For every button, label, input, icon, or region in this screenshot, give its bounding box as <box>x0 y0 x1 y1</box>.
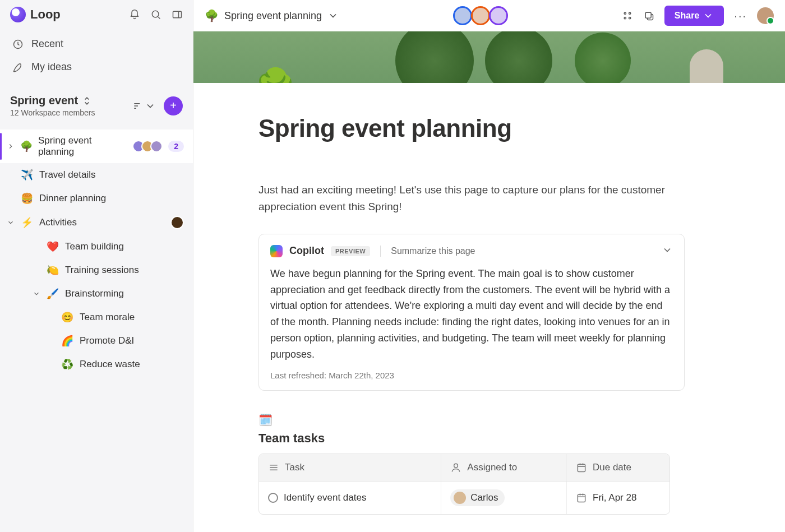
clock-icon <box>12 39 24 50</box>
calendar-icon <box>576 492 587 503</box>
main-area: 🌳 Spring event planning Share ··· <box>193 0 785 532</box>
share-button-label: Share <box>675 11 699 21</box>
sidebar-item[interactable]: ✈️Travel details <box>0 163 193 187</box>
person-icon <box>450 462 461 473</box>
chevron-down-icon <box>662 244 673 256</box>
up-down-chevron-icon <box>81 95 93 107</box>
nav-my-ideas[interactable]: My ideas <box>0 55 193 78</box>
page-title[interactable]: Spring event planning <box>258 114 685 142</box>
page-emoji-icon: ✈️ <box>20 169 34 181</box>
sidebar-item[interactable]: ♻️Reduce waste <box>0 353 193 376</box>
preview-badge: PREVIEW <box>331 246 370 256</box>
nav-my-ideas-label: My ideas <box>31 61 72 73</box>
current-user-avatar[interactable] <box>757 7 774 24</box>
svg-point-5 <box>624 17 626 19</box>
chevron-down-icon <box>703 10 714 21</box>
page-emoji-icon[interactable]: 🌳 <box>255 66 295 83</box>
expand-chevron-icon[interactable] <box>33 288 40 299</box>
copy-component-icon[interactable] <box>643 10 654 21</box>
notification-badge: 2 <box>168 141 184 152</box>
sidebar-item-label: Team building <box>65 241 124 252</box>
expand-chevron-icon[interactable] <box>7 217 15 228</box>
tree-icon: 🌳 <box>205 9 219 22</box>
sidebar-item-label: Dinner planning <box>39 193 106 204</box>
workspace-name: Spring event <box>10 94 78 107</box>
sidebar-item[interactable]: 🌳Spring event planning2 <box>0 129 193 163</box>
copilot-collapse-toggle[interactable] <box>662 244 673 258</box>
svg-rect-10 <box>578 494 585 502</box>
sidebar-item-label: Brainstorming <box>65 288 124 299</box>
column-header-assigned[interactable]: Assigned to <box>441 454 567 481</box>
svg-point-0 <box>152 11 159 17</box>
workspace-switcher[interactable]: Spring event <box>10 94 95 107</box>
nav-recent[interactable]: Recent <box>0 33 193 55</box>
sidebar-item[interactable]: 😊Team morale <box>0 306 193 329</box>
copilot-logo-icon <box>270 245 283 257</box>
page-emoji-icon: 🍋 <box>46 264 59 276</box>
sidebar-item-label: Training sessions <box>65 265 139 276</box>
page-emoji-icon: 🖌️ <box>46 288 59 300</box>
chevron-down-icon <box>145 100 156 112</box>
assignee-name: Carlos <box>470 492 498 503</box>
svg-rect-9 <box>578 464 585 471</box>
avatar[interactable] <box>471 6 490 25</box>
tasks-table: Task Assigned to Due date Identify event <box>258 454 670 515</box>
task-complete-toggle[interactable] <box>268 493 278 503</box>
copilot-summarize-action[interactable]: Summarize this page <box>391 246 475 256</box>
page-intro-text[interactable]: Just had an exciting meeting! Let's use … <box>258 182 685 216</box>
task-name[interactable]: Identify event dates <box>284 492 366 503</box>
assignee-chip[interactable]: Carlos <box>450 489 505 506</box>
breadcrumb[interactable]: 🌳 Spring event planning <box>205 9 339 22</box>
avatar <box>454 492 466 504</box>
apps-icon[interactable] <box>622 10 633 21</box>
sidebar-item[interactable]: 🌈Promote D&I <box>0 329 193 353</box>
add-page-button[interactable]: + <box>164 96 183 115</box>
presence-avatars[interactable] <box>453 6 508 25</box>
workspace-members-count: 12 Workspace members <box>10 108 95 117</box>
due-date[interactable]: Fri, Apr 28 <box>593 492 636 503</box>
sort-filter-button[interactable] <box>132 100 156 112</box>
list-icon <box>268 462 279 473</box>
sidebar-item[interactable]: ⚡Activities <box>0 210 193 235</box>
share-button[interactable]: Share <box>664 6 724 26</box>
list-icon <box>132 100 144 112</box>
sidebar-item-label: Spring event planning <box>38 135 121 158</box>
page-emoji-icon: 😊 <box>61 311 74 323</box>
column-header-due[interactable]: Due date <box>567 454 669 481</box>
sidebar-item[interactable]: 🖌️Brainstorming <box>0 282 193 306</box>
column-header-task[interactable]: Task <box>259 454 441 481</box>
page-emoji-icon: 🌈 <box>61 335 74 347</box>
copilot-card: Copilot PREVIEW Summarize this page We h… <box>258 234 685 391</box>
table-row[interactable]: Identify event dates Carlos Fri, Apr 28 <box>259 482 669 514</box>
page-tree: 🌳Spring event planning2✈️Travel details🍔… <box>0 129 193 376</box>
tasks-title[interactable]: Team tasks <box>258 431 685 446</box>
breadcrumb-title: Spring event planning <box>224 10 322 22</box>
brand-logo-title[interactable]: Loop <box>10 7 61 22</box>
brand-name: Loop <box>30 7 61 22</box>
tasks-section: 🗓️ Team tasks Task Assigned to Due date <box>258 413 685 515</box>
svg-point-8 <box>454 464 458 468</box>
sidebar: Loop Recent My ideas Spring event <box>0 0 193 532</box>
panel-toggle-icon[interactable] <box>172 9 183 20</box>
topbar: 🌳 Spring event planning Share ··· <box>193 0 785 31</box>
tasks-component-icon[interactable]: 🗓️ <box>258 413 685 427</box>
pen-icon <box>12 62 24 73</box>
avatar[interactable] <box>489 6 508 25</box>
collaborator-avatar[interactable] <box>170 216 184 229</box>
more-menu-icon[interactable]: ··· <box>734 10 747 22</box>
sidebar-item[interactable]: ❤️Team building <box>0 235 193 258</box>
page-emoji-icon: 🍔 <box>20 192 34 205</box>
page-emoji-icon: ❤️ <box>46 240 59 253</box>
copilot-refreshed-text: Last refreshed: March 22th, 2023 <box>270 371 673 380</box>
expand-chevron-icon <box>7 141 15 152</box>
page-emoji-icon: ⚡ <box>20 216 34 229</box>
calendar-icon <box>576 462 587 473</box>
notifications-icon[interactable] <box>129 9 140 20</box>
avatar[interactable] <box>453 6 472 25</box>
sidebar-item[interactable]: 🍋Training sessions <box>0 258 193 282</box>
copilot-summary-text: We have begun planning for the Spring ev… <box>270 266 673 363</box>
search-icon[interactable] <box>150 9 161 20</box>
sidebar-item[interactable]: 🍔Dinner planning <box>0 187 193 210</box>
collaborator-avatars[interactable] <box>132 140 163 152</box>
loop-logo-icon <box>10 7 26 22</box>
